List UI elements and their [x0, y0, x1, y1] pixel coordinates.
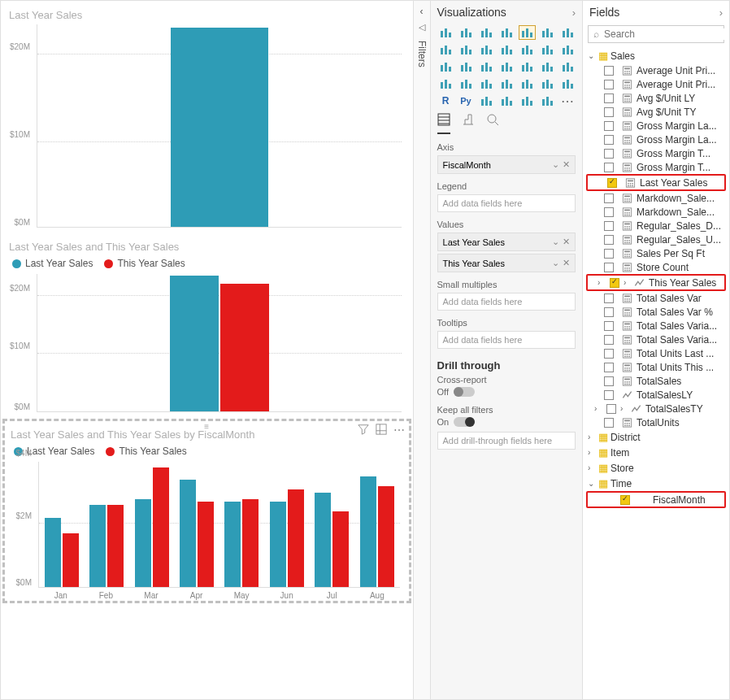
field-checkbox[interactable]: [604, 249, 614, 259]
viz-type-line-chart[interactable]: [559, 25, 576, 40]
field-regular-sales-d-[interactable]: Regular_Sales_D...: [584, 219, 728, 233]
bar-last-year-sales-May[interactable]: [224, 502, 241, 587]
viz-type-key-influencers[interactable]: [478, 93, 495, 108]
field-total-units-last-[interactable]: Total Units Last ...: [584, 346, 728, 360]
field-avg-unit-ty[interactable]: Avg $/Unit TY: [584, 105, 728, 119]
drillthrough-well-empty[interactable]: Add drill-through fields here: [437, 432, 576, 450]
bar-last-year-sales-Apr[interactable]: [180, 480, 196, 587]
bar-last-year-sales-Jan[interactable]: [45, 518, 61, 587]
field-store-count[interactable]: Store Count: [584, 260, 728, 274]
viz-type-paginated[interactable]: [539, 93, 556, 108]
field-totalsalesty[interactable]: ››TotalSalesTY: [584, 402, 728, 415]
field-sales-per-sq-ft[interactable]: Sales Per Sq Ft: [584, 246, 728, 260]
field-average-unit-pri-[interactable]: Average Unit Pri...: [584, 77, 728, 91]
viz-type-stacked-bar-100[interactable]: [478, 25, 495, 40]
field-checkbox[interactable]: [604, 349, 614, 359]
bar-last-year-sales-Aug[interactable]: [360, 476, 376, 587]
field-checkbox[interactable]: [620, 495, 630, 505]
viz-type-shape-map[interactable]: [559, 59, 576, 74]
viz-type-donut[interactable]: [478, 59, 495, 74]
viz-type-treemap[interactable]: [498, 59, 515, 74]
viz-type-py-visual[interactable]: Py: [458, 93, 475, 108]
tooltips-well-empty[interactable]: Add data fields here: [437, 331, 576, 349]
field-checkbox[interactable]: [604, 163, 614, 172]
bar-last-year-sales[interactable]: [171, 28, 268, 227]
bar-this-year-sales-Mar[interactable]: [153, 467, 169, 587]
focus-mode-icon[interactable]: [376, 424, 387, 438]
field-checkbox[interactable]: [604, 107, 614, 117]
drag-handle-icon[interactable]: ≡: [204, 422, 209, 431]
report-canvas[interactable]: Last Year Sales $0M $10M $20M Last Year …: [1, 1, 413, 700]
field-last-year-sales[interactable]: Last Year Sales: [586, 174, 726, 191]
field-checkbox[interactable]: [604, 121, 614, 131]
bar-last-year-sales-Jun[interactable]: [270, 502, 286, 587]
field-total-sales-var-[interactable]: Total Sales Var %: [584, 305, 728, 319]
filters-pane-collapsed[interactable]: ‹ ◁ Filters: [413, 1, 431, 699]
collapse-pane-icon[interactable]: ›: [719, 7, 723, 19]
chevron-down-icon[interactable]: ⌄: [552, 237, 559, 247]
field-checkbox[interactable]: [610, 278, 619, 288]
field-checkbox[interactable]: [604, 418, 614, 428]
analytics-tab[interactable]: [486, 113, 499, 134]
field-checkbox[interactable]: [604, 307, 614, 317]
field-total-sales-varia-[interactable]: Total Sales Varia...: [584, 333, 728, 346]
viz-type-matrix[interactable]: [559, 76, 576, 91]
field-total-units-this-[interactable]: Total Units This ...: [584, 360, 728, 374]
more-options-icon[interactable]: ⋯: [393, 424, 405, 438]
viz-type-area[interactable]: [437, 42, 454, 57]
viz-type-ribbon[interactable]: [519, 42, 536, 57]
field-checkbox[interactable]: [606, 404, 616, 414]
field-fiscalmonth[interactable]: FiscalMonth: [586, 491, 726, 508]
field-checkbox[interactable]: [604, 207, 614, 217]
legend-well-empty[interactable]: Add data fields here: [437, 194, 576, 212]
cross-report-toggle[interactable]: [454, 387, 475, 397]
viz-type-map[interactable]: [519, 59, 536, 74]
viz-type-line-clustered-column[interactable]: [478, 42, 495, 57]
viz-type-funnel[interactable]: [559, 42, 576, 57]
viz-type-decomposition[interactable]: [498, 93, 515, 108]
format-tab[interactable]: [462, 113, 475, 134]
smallm-well-empty[interactable]: Add data fields here: [437, 293, 576, 311]
viz-type-stacked-bar[interactable]: [437, 25, 454, 40]
bar-last-year-sales-Feb[interactable]: [89, 505, 106, 587]
bar-this-year-sales[interactable]: [220, 284, 269, 411]
viz-type-stacked-column-100[interactable]: [539, 25, 556, 40]
values-pill-last-year-sales[interactable]: Last Year Sales ⌄✕: [437, 233, 576, 251]
field-checkbox[interactable]: [604, 293, 614, 303]
field-totalsalesly[interactable]: TotalSalesLY: [584, 388, 728, 402]
field-checkbox[interactable]: [604, 221, 614, 231]
viz-type-table[interactable]: [539, 76, 556, 91]
viz-type-stacked-column[interactable]: [498, 25, 515, 40]
field-checkbox[interactable]: [607, 178, 617, 188]
table-time[interactable]: ⌄▦Time: [584, 476, 728, 491]
collapse-pane-icon[interactable]: ›: [572, 7, 576, 19]
field-this-year-sales[interactable]: ››This Year Sales: [586, 274, 726, 291]
field-regular-sales-u-[interactable]: Regular_Sales_U...: [584, 233, 728, 246]
viz-type-filled-map[interactable]: [539, 59, 556, 74]
bar-this-year-sales-Jul[interactable]: [332, 511, 349, 587]
viz-type-pie[interactable]: [458, 59, 475, 74]
values-pill-this-year-sales[interactable]: This Year Sales ⌄✕: [437, 254, 576, 272]
expand-filters-icon[interactable]: ‹: [420, 6, 424, 17]
table-item[interactable]: ›▦Item: [584, 445, 728, 460]
field-checkbox[interactable]: [604, 80, 614, 89]
chevron-down-icon[interactable]: ⌄: [552, 258, 559, 268]
bar-this-year-sales-Jan[interactable]: [63, 533, 79, 587]
field-average-unit-pri-[interactable]: Average Unit Pri...: [584, 63, 728, 77]
viz-type-qa[interactable]: [519, 93, 536, 108]
field-totalsales[interactable]: TotalSales: [584, 374, 728, 388]
fields-search[interactable]: ⌕: [588, 25, 724, 43]
viz-type-slicer[interactable]: [519, 76, 536, 91]
bar-this-year-sales-Jun[interactable]: [288, 489, 304, 587]
chart-last-year-sales[interactable]: Last Year Sales $0M $10M $20M: [4, 4, 410, 228]
field-total-sales-var[interactable]: Total Sales Var: [584, 291, 728, 305]
viz-type-stacked-area[interactable]: [458, 42, 475, 57]
bar-last-year-sales-Jul[interactable]: [315, 493, 331, 587]
field-checkbox[interactable]: [604, 321, 614, 331]
remove-icon[interactable]: ✕: [563, 237, 570, 247]
fields-well-tab[interactable]: [437, 113, 450, 134]
keep-filters-toggle[interactable]: [454, 417, 475, 427]
field-checkbox[interactable]: [604, 135, 614, 145]
axis-pill-fiscalmonth[interactable]: FiscalMonth ⌄✕: [437, 155, 576, 174]
viz-type-line-stacked-column[interactable]: [498, 42, 515, 57]
